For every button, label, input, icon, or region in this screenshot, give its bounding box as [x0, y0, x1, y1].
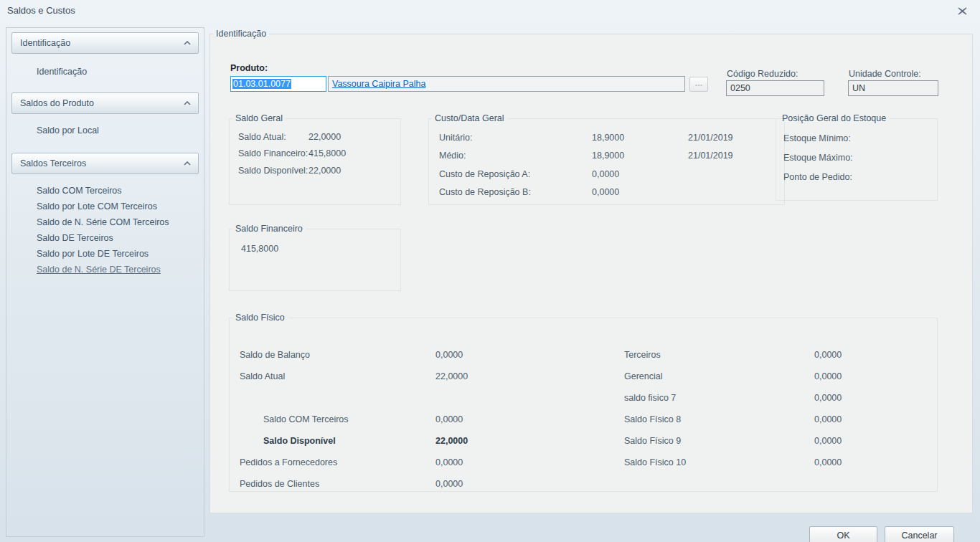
produto-description-field[interactable]: Vassoura Caipira Palha	[328, 76, 685, 92]
sidebar-item-saldo-de-terceiros[interactable]: Saldo DE Terceiros	[11, 230, 199, 246]
produto-code-value: 01.03.01.0077	[232, 79, 291, 89]
table-row: Pedidos de Clientes 0,0000	[240, 473, 613, 495]
sidebar-group-label: Saldos Terceiros	[20, 158, 86, 168]
sidebar-group-label: Saldos do Produto	[20, 98, 94, 108]
saldo-financeiro-groupbox: Saldo Financeiro 415,8000	[229, 224, 401, 291]
produto-code-input[interactable]: 01.03.01.0077	[230, 76, 326, 92]
table-row: Saldo Físico 9 0,0000	[624, 430, 925, 452]
table-row: Custo de Reposição A: 0,0000	[439, 165, 784, 184]
produto-description-link[interactable]: Vassoura Caipira Palha	[332, 79, 425, 89]
groupbox-title: Identificação	[213, 29, 269, 39]
sidebar-terceiros-list: Saldo COM Terceiros Saldo por Lote COM T…	[6, 183, 204, 277]
table-row: Saldo Físico 8 0,0000	[624, 409, 925, 430]
table-row: Gerencial 0,0000	[624, 366, 925, 387]
saldo-fisico-groupbox: Saldo Físico Saldo de Balanço 0,0000 Sal…	[229, 313, 938, 492]
chevron-up-icon	[184, 161, 191, 166]
table-row: Saldo COM Terceiros 0,0000	[240, 409, 613, 430]
sidebar-group-header-saldos-terceiros[interactable]: Saldos Terceiros	[11, 153, 199, 174]
table-row: saldo fisico 7 0,0000	[624, 387, 925, 409]
groupbox-title: Custo/Data Geral	[432, 113, 507, 123]
table-row: Estoque Máximo:	[783, 148, 937, 167]
table-row: Saldo Disponível 22,0000	[240, 430, 613, 452]
groupbox-title: Posição Geral do Estoque	[779, 113, 889, 123]
sidebar-item-identificacao[interactable]: Identificação	[11, 64, 199, 80]
sidebar-item-saldo-com-terceiros[interactable]: Saldo COM Terceiros	[11, 183, 199, 199]
table-row: Saldo Disponível: 22,0000	[238, 162, 400, 179]
sidebar-group-header-saldos-do-produto[interactable]: Saldos do Produto	[11, 92, 199, 114]
table-row: Estoque Mínimo:	[783, 128, 937, 148]
chevron-up-icon	[184, 41, 191, 45]
table-row: Saldo Físico 10 0,0000	[624, 452, 925, 473]
sidebar-group-header-identificacao[interactable]: Identificação	[11, 32, 199, 54]
title-bar[interactable]: Saldos e Custos	[0, 0, 980, 22]
saldo-fisico-right-column: Terceiros 0,0000 Gerencial 0,0000 saldo …	[624, 344, 925, 473]
unidade-controle-label: Unidade Controle:	[849, 69, 921, 79]
table-row: Terceiros 0,0000	[624, 344, 925, 366]
table-row: Pedidos a Fornecedores 0,0000	[240, 452, 613, 473]
custo-data-geral-rows: Unitário: 18,9000 21/01/2019 Médio: 18,9…	[429, 123, 784, 201]
saldo-fisico-left-column: Saldo de Balanço 0,0000 Saldo Atual 22,0…	[240, 344, 613, 495]
sidebar: Identificação Identificação Saldos do Pr…	[6, 27, 204, 537]
codigo-reduzido-label: Código Reduzido:	[727, 69, 798, 79]
chevron-up-icon	[184, 101, 191, 105]
close-icon[interactable]	[956, 5, 969, 16]
groupbox-title: Saldo Financeiro	[232, 224, 306, 234]
table-row: Saldo Atual 22,0000	[240, 366, 613, 387]
table-row: Ponto de Pedido:	[783, 167, 937, 186]
window-title: Saldos e Custos	[7, 5, 75, 16]
produto-label: Produto:	[230, 63, 268, 73]
saldo-geral-rows: Saldo Atual: 22,0000 Saldo Financeiro: 4…	[230, 123, 400, 179]
cancel-button[interactable]: Cancelar	[885, 526, 954, 542]
groupbox-title: Saldo Geral	[232, 113, 286, 123]
saldo-geral-groupbox: Saldo Geral Saldo Atual: 22,0000 Saldo F…	[229, 113, 401, 205]
browse-ellipsis-button[interactable]: ...	[689, 77, 708, 92]
sidebar-item-saldo-n-serie-de-terceiros[interactable]: Saldo de N. Série DE Terceiros	[11, 262, 199, 277]
identificacao-groupbox: Identificação Produto: 01.03.01.0077 Vas…	[209, 29, 973, 513]
table-row: Saldo Atual: 22,0000	[238, 128, 400, 146]
sidebar-item-saldo-por-local[interactable]: Saldo por Local	[11, 123, 199, 138]
table-row: Médio: 18,9000 21/01/2019	[439, 147, 784, 166]
table-row: Custo de Reposição B: 0,0000	[439, 184, 784, 202]
table-row: Saldo Financeiro: 415,8000	[238, 146, 400, 163]
table-row: Saldo de Balanço 0,0000	[240, 344, 613, 366]
sidebar-item-saldo-n-serie-com-terceiros[interactable]: Saldo de N. Série COM Terceiros	[11, 214, 199, 230]
custo-data-geral-groupbox: Custo/Data Geral Unitário: 18,9000 21/01…	[428, 113, 785, 205]
groupbox-title: Saldo Físico	[232, 313, 288, 323]
ok-button[interactable]: OK	[809, 526, 877, 542]
saldo-financeiro-value: 415,8000	[241, 244, 278, 254]
table-row: Unitário: 18,9000 21/01/2019	[439, 128, 784, 147]
unidade-controle-input[interactable]: UN	[848, 80, 938, 96]
sidebar-item-saldo-por-lote-com-terceiros[interactable]: Saldo por Lote COM Terceiros	[11, 199, 199, 214]
posicao-geral-rows: Estoque Mínimo: Estoque Máximo: Ponto de…	[776, 123, 937, 186]
posicao-geral-estoque-groupbox: Posição Geral do Estoque Estoque Mínimo:…	[776, 113, 938, 201]
codigo-reduzido-input[interactable]: 0250	[726, 80, 824, 96]
sidebar-group-label: Identificação	[20, 38, 70, 48]
sidebar-item-saldo-por-lote-de-terceiros[interactable]: Saldo por Lote DE Terceiros	[11, 246, 199, 262]
dialog-saldos-e-custos: Saldos e Custos Identificação Identifica…	[0, 0, 980, 542]
